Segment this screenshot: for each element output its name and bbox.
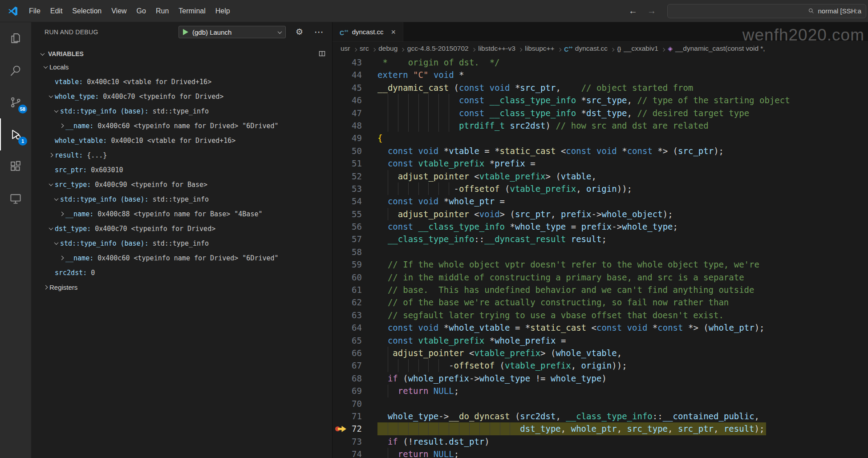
breakpoint-margin[interactable] [337,435,346,448]
menu-view[interactable]: View [106,4,131,18]
activitybar-item-explorer[interactable] [0,22,31,54]
activitybar-item-extensions[interactable] [0,150,31,182]
chevron-down-icon[interactable] [49,182,53,186]
menu-edit[interactable]: Edit [45,4,68,18]
variable-row[interactable]: result:{...} [31,148,332,162]
variable-row[interactable]: std::type_info (base):std::type_info [31,104,332,118]
current-line-indicator[interactable] [337,422,346,435]
code-line[interactable]: 52 adjust_pointer <vtable_prefix> (vtabl… [333,170,868,182]
code-line[interactable]: 66 adjust_pointer <vtable_prefix> (whole… [333,347,868,359]
breakpoint-margin[interactable] [337,448,346,458]
code-line[interactable]: 45__dynamic_cast (const void *src_ptr, /… [333,81,868,94]
breakpoint-margin[interactable] [337,208,346,220]
breadcrumb-item[interactable]: {}__cxxabiv1 [617,45,658,53]
breadcrumb-item[interactable]: gcc-4.8.5-20150702 [407,45,469,53]
breakpoint-margin[interactable] [337,56,346,69]
code-line[interactable]: 56 const __class_type_info *whole_type =… [333,220,868,233]
tab-dyncast[interactable]: C++ dyncast.cc × [333,22,403,41]
breakpoint-margin[interactable] [337,69,346,81]
breakpoint-margin[interactable] [337,107,346,119]
navigate-back-icon[interactable]: ← [624,6,642,16]
breadcrumb-item[interactable]: C++dyncast.cc [564,45,608,53]
code-line[interactable]: 67 -offsetof (vtable_prefix, origin)); [333,359,868,372]
variable-row[interactable]: src_type:0x400c90 <typeinfo for Base> [31,177,332,192]
code-line[interactable]: 59 // If the whole object vptr doesn't r… [333,258,868,271]
breadcrumb-item[interactable]: src [360,45,369,53]
code-line[interactable]: 53 -offsetof (vtable_prefix, origin)); [333,182,868,195]
breakpoint-margin[interactable] [337,309,346,321]
menu-help[interactable]: Help [211,4,235,18]
start-debug-icon[interactable] [183,29,188,35]
breakpoint-margin[interactable] [337,347,346,359]
close-icon[interactable]: × [391,28,396,36]
code-line[interactable]: 61 // base. This has undefined behavior … [333,284,868,296]
variable-row[interactable]: Locals [31,60,332,74]
code-line[interactable]: 55 adjust_pointer <void> (src_ptr, prefi… [333,208,868,220]
variable-row[interactable]: src_ptr:0x603010 [31,162,332,177]
variable-row[interactable]: __name:0x400c60 <typeinfo name for Drive… [31,251,332,265]
breakpoint-margin[interactable] [337,145,346,157]
code-line[interactable]: 68 if (whole_prefix->whole_type != whole… [333,372,868,385]
breakpoint-margin[interactable] [337,170,346,182]
code-line[interactable]: 72 dst_type, whole_ptr, src_type, src_pt… [333,422,868,435]
breadcrumb-item[interactable]: debug [378,45,397,53]
chevron-right-icon[interactable] [59,124,64,128]
breakpoint-margin[interactable] [337,397,346,410]
breakpoint-margin[interactable] [337,385,346,397]
code-line[interactable]: 69 return NULL; [333,385,868,397]
breakpoint-margin[interactable] [337,246,346,258]
breakpoint-margin[interactable] [337,220,346,233]
activitybar-item-run-and-debug[interactable]: 1 [0,118,31,150]
chevron-right-icon[interactable] [43,285,48,290]
breakpoint-margin[interactable] [337,94,346,106]
activitybar-item-remote-explorer[interactable] [0,182,31,215]
code-line[interactable]: 58 [333,246,868,258]
chevron-down-icon[interactable] [54,108,58,113]
code-line[interactable]: 73 if (!result.dst_ptr) [333,435,868,448]
code-line[interactable]: 71 whole_type->__do_dyncast (src2dst, __… [333,410,868,422]
variable-row[interactable]: whole_type:0x400c70 <typeinfo for Drived… [31,89,332,104]
code-line[interactable]: 70 [333,397,868,410]
code-line[interactable]: 64 const void *whole_vtable = *static_ca… [333,321,868,334]
code-line[interactable]: 57 __class_type_info::__dyncast_result r… [333,233,868,245]
breakpoint-margin[interactable] [337,119,346,132]
chevron-right-icon[interactable] [59,212,64,216]
more-actions-icon[interactable]: ⋯ [314,28,324,36]
breakpoint-margin[interactable] [337,182,346,195]
menu-terminal[interactable]: Terminal [174,4,210,18]
breakpoint-margin[interactable] [337,284,346,296]
code-line[interactable]: 54 const void *whole_ptr = [333,195,868,207]
chevron-down-icon[interactable] [49,93,53,98]
variable-row[interactable]: whole_vtable:0x400c10 <vtable for Drived… [31,133,332,148]
menu-selection[interactable]: Selection [67,4,106,18]
chevron-down-icon[interactable] [54,240,58,245]
navigate-forward-icon[interactable]: → [642,6,661,16]
command-center-search[interactable]: normal [SSH:a [667,4,866,18]
code-line[interactable]: 62 // of the base we're actually constru… [333,296,868,308]
breadcrumb-item[interactable]: ◈__dynamic_cast(const void *, [668,45,765,53]
variable-row[interactable]: __name:0x400c60 <typeinfo name for Drive… [31,118,332,133]
breadcrumb-item[interactable]: usr [341,45,350,53]
breakpoint-margin[interactable] [337,233,346,245]
breadcrumb-item[interactable]: libsupc++ [525,45,554,53]
activitybar-item-source-control[interactable]: 58 [0,86,31,118]
breakpoint-margin[interactable] [337,258,346,271]
variable-row[interactable]: src2dst:0 [31,265,332,280]
breakpoint-margin[interactable] [337,81,346,94]
variable-row[interactable]: dst_type:0x400c70 <typeinfo for Drived> [31,221,332,236]
variable-row[interactable]: std::type_info (base):std::type_info [31,192,332,207]
variable-row[interactable]: __name:0x400c88 <typeinfo name for Base>… [31,207,332,221]
code-line[interactable]: 63 // segfault later trying to use a vba… [333,309,868,321]
code-line[interactable]: 43 * origin of dst. */ [333,56,868,69]
activitybar-item-search[interactable] [0,54,31,86]
code-line[interactable]: 48 ptrdiff_t src2dst) // how src and dst… [333,119,868,132]
variable-row[interactable]: std::type_info (base):std::type_info [31,236,332,251]
chevron-right-icon[interactable] [49,153,53,158]
breakpoint-margin[interactable] [337,132,346,144]
breakpoint-margin[interactable] [337,372,346,385]
breakpoint-margin[interactable] [337,410,346,422]
chevron-right-icon[interactable] [59,256,64,260]
code-line[interactable]: 51 const vtable_prefix *prefix = [333,157,868,170]
variable-row[interactable]: Registers [31,280,332,295]
variables-section-header[interactable]: VARIABLES [31,48,332,60]
